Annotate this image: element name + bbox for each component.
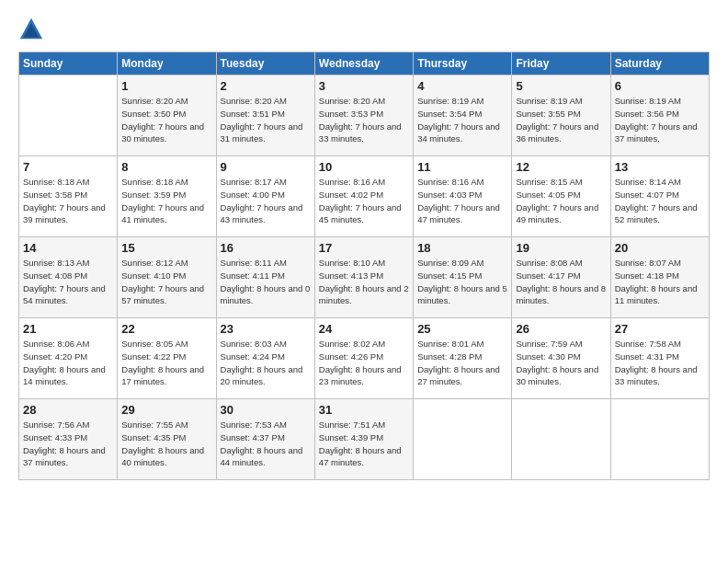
day-number: 19 xyxy=(516,241,606,255)
day-info: Sunrise: 8:17 AM Sunset: 4:00 PM Dayligh… xyxy=(221,176,311,226)
calendar-cell: 6Sunrise: 8:19 AM Sunset: 3:56 PM Daylig… xyxy=(610,75,709,156)
day-info: Sunrise: 8:16 AM Sunset: 4:02 PM Dayligh… xyxy=(319,176,409,226)
calendar-cell: 19Sunrise: 8:08 AM Sunset: 4:17 PM Dayli… xyxy=(512,237,610,318)
weekday-header-thursday: Thursday xyxy=(414,52,512,75)
calendar-cell: 23Sunrise: 8:03 AM Sunset: 4:24 PM Dayli… xyxy=(216,318,314,399)
day-info: Sunrise: 8:01 AM Sunset: 4:28 PM Dayligh… xyxy=(417,338,507,388)
day-info: Sunrise: 8:02 AM Sunset: 4:26 PM Dayligh… xyxy=(319,338,409,388)
day-info: Sunrise: 8:12 AM Sunset: 4:10 PM Dayligh… xyxy=(121,257,211,307)
day-number: 12 xyxy=(516,160,606,174)
day-info: Sunrise: 8:18 AM Sunset: 3:58 PM Dayligh… xyxy=(23,176,113,226)
weekday-header-wednesday: Wednesday xyxy=(314,52,413,75)
calendar-cell: 11Sunrise: 8:16 AM Sunset: 4:03 PM Dayli… xyxy=(414,156,512,237)
day-number: 27 xyxy=(615,322,705,336)
day-info: Sunrise: 8:19 AM Sunset: 3:55 PM Dayligh… xyxy=(516,95,606,145)
calendar-cell xyxy=(512,399,610,480)
calendar-week-row: 1Sunrise: 8:20 AM Sunset: 3:50 PM Daylig… xyxy=(19,75,710,156)
day-number: 4 xyxy=(417,79,507,93)
calendar-cell: 24Sunrise: 8:02 AM Sunset: 4:26 PM Dayli… xyxy=(314,318,413,399)
day-info: Sunrise: 8:13 AM Sunset: 4:08 PM Dayligh… xyxy=(23,257,113,307)
calendar-cell: 25Sunrise: 8:01 AM Sunset: 4:28 PM Dayli… xyxy=(414,318,512,399)
day-info: Sunrise: 8:20 AM Sunset: 3:51 PM Dayligh… xyxy=(221,95,311,145)
calendar-cell: 18Sunrise: 8:09 AM Sunset: 4:15 PM Dayli… xyxy=(414,237,512,318)
day-number: 7 xyxy=(23,160,113,174)
day-info: Sunrise: 7:51 AM Sunset: 4:39 PM Dayligh… xyxy=(319,419,409,469)
day-number: 16 xyxy=(221,241,311,255)
day-number: 15 xyxy=(121,241,211,255)
calendar-cell: 16Sunrise: 8:11 AM Sunset: 4:11 PM Dayli… xyxy=(216,237,314,318)
logo xyxy=(18,17,46,42)
day-number: 11 xyxy=(417,160,507,174)
calendar-cell: 17Sunrise: 8:10 AM Sunset: 4:13 PM Dayli… xyxy=(314,237,413,318)
calendar-cell: 4Sunrise: 8:19 AM Sunset: 3:54 PM Daylig… xyxy=(414,75,512,156)
day-info: Sunrise: 7:58 AM Sunset: 4:31 PM Dayligh… xyxy=(615,338,705,388)
calendar-week-row: 28Sunrise: 7:56 AM Sunset: 4:33 PM Dayli… xyxy=(19,399,710,480)
day-info: Sunrise: 7:56 AM Sunset: 4:33 PM Dayligh… xyxy=(23,419,113,469)
weekday-header-sunday: Sunday xyxy=(19,52,118,75)
calendar-cell: 29Sunrise: 7:55 AM Sunset: 4:35 PM Dayli… xyxy=(118,399,216,480)
weekday-header-friday: Friday xyxy=(512,52,610,75)
day-number: 13 xyxy=(615,160,705,174)
day-number: 25 xyxy=(417,322,507,336)
weekday-header-tuesday: Tuesday xyxy=(216,52,314,75)
calendar-cell: 7Sunrise: 8:18 AM Sunset: 3:58 PM Daylig… xyxy=(19,156,118,237)
calendar-cell: 26Sunrise: 7:59 AM Sunset: 4:30 PM Dayli… xyxy=(512,318,610,399)
calendar-cell: 2Sunrise: 8:20 AM Sunset: 3:51 PM Daylig… xyxy=(216,75,314,156)
calendar-week-row: 21Sunrise: 8:06 AM Sunset: 4:20 PM Dayli… xyxy=(19,318,710,399)
calendar-cell: 12Sunrise: 8:15 AM Sunset: 4:05 PM Dayli… xyxy=(512,156,610,237)
day-info: Sunrise: 7:59 AM Sunset: 4:30 PM Dayligh… xyxy=(516,338,606,388)
day-number: 18 xyxy=(417,241,507,255)
day-info: Sunrise: 8:15 AM Sunset: 4:05 PM Dayligh… xyxy=(516,176,606,226)
day-number: 30 xyxy=(221,403,311,417)
calendar-cell: 20Sunrise: 8:07 AM Sunset: 4:18 PM Dayli… xyxy=(610,237,709,318)
day-info: Sunrise: 7:55 AM Sunset: 4:35 PM Dayligh… xyxy=(121,419,211,469)
header xyxy=(18,17,710,42)
calendar-cell: 9Sunrise: 8:17 AM Sunset: 4:00 PM Daylig… xyxy=(216,156,314,237)
day-number: 24 xyxy=(319,322,409,336)
calendar-cell xyxy=(610,399,709,480)
day-number: 21 xyxy=(23,322,113,336)
day-number: 3 xyxy=(319,79,409,93)
calendar-cell: 28Sunrise: 7:56 AM Sunset: 4:33 PM Dayli… xyxy=(19,399,118,480)
day-info: Sunrise: 7:53 AM Sunset: 4:37 PM Dayligh… xyxy=(221,419,311,469)
day-number: 14 xyxy=(23,241,113,255)
weekday-header-saturday: Saturday xyxy=(610,52,709,75)
calendar-cell: 15Sunrise: 8:12 AM Sunset: 4:10 PM Dayli… xyxy=(118,237,216,318)
calendar-cell: 31Sunrise: 7:51 AM Sunset: 4:39 PM Dayli… xyxy=(314,399,413,480)
calendar-cell: 14Sunrise: 8:13 AM Sunset: 4:08 PM Dayli… xyxy=(19,237,118,318)
day-number: 1 xyxy=(121,79,211,93)
calendar-cell: 22Sunrise: 8:05 AM Sunset: 4:22 PM Dayli… xyxy=(118,318,216,399)
calendar-cell: 8Sunrise: 8:18 AM Sunset: 3:59 PM Daylig… xyxy=(118,156,216,237)
calendar-cell: 5Sunrise: 8:19 AM Sunset: 3:55 PM Daylig… xyxy=(512,75,610,156)
calendar-cell: 30Sunrise: 7:53 AM Sunset: 4:37 PM Dayli… xyxy=(216,399,314,480)
day-number: 6 xyxy=(615,79,705,93)
day-info: Sunrise: 8:10 AM Sunset: 4:13 PM Dayligh… xyxy=(319,257,409,307)
day-number: 22 xyxy=(121,322,211,336)
day-number: 29 xyxy=(121,403,211,417)
day-number: 28 xyxy=(23,403,113,417)
calendar-cell: 1Sunrise: 8:20 AM Sunset: 3:50 PM Daylig… xyxy=(118,75,216,156)
day-info: Sunrise: 8:16 AM Sunset: 4:03 PM Dayligh… xyxy=(417,176,507,226)
day-info: Sunrise: 8:14 AM Sunset: 4:07 PM Dayligh… xyxy=(615,176,705,226)
day-number: 23 xyxy=(221,322,311,336)
calendar-week-row: 7Sunrise: 8:18 AM Sunset: 3:58 PM Daylig… xyxy=(19,156,710,237)
day-number: 26 xyxy=(516,322,606,336)
logo-icon xyxy=(18,17,44,42)
day-info: Sunrise: 8:06 AM Sunset: 4:20 PM Dayligh… xyxy=(23,338,113,388)
day-info: Sunrise: 8:18 AM Sunset: 3:59 PM Dayligh… xyxy=(121,176,211,226)
day-info: Sunrise: 8:11 AM Sunset: 4:11 PM Dayligh… xyxy=(221,257,311,307)
day-number: 10 xyxy=(319,160,409,174)
day-number: 5 xyxy=(516,79,606,93)
day-info: Sunrise: 8:03 AM Sunset: 4:24 PM Dayligh… xyxy=(221,338,311,388)
day-info: Sunrise: 8:19 AM Sunset: 3:56 PM Dayligh… xyxy=(615,95,705,145)
day-info: Sunrise: 8:05 AM Sunset: 4:22 PM Dayligh… xyxy=(121,338,211,388)
weekday-header-row: SundayMondayTuesdayWednesdayThursdayFrid… xyxy=(19,52,710,75)
day-info: Sunrise: 8:09 AM Sunset: 4:15 PM Dayligh… xyxy=(417,257,507,307)
day-number: 17 xyxy=(319,241,409,255)
calendar-cell: 3Sunrise: 8:20 AM Sunset: 3:53 PM Daylig… xyxy=(314,75,413,156)
day-info: Sunrise: 8:20 AM Sunset: 3:53 PM Dayligh… xyxy=(319,95,409,145)
day-info: Sunrise: 8:08 AM Sunset: 4:17 PM Dayligh… xyxy=(516,257,606,307)
day-info: Sunrise: 8:20 AM Sunset: 3:50 PM Dayligh… xyxy=(121,95,211,145)
calendar-cell xyxy=(19,75,118,156)
day-number: 9 xyxy=(221,160,311,174)
